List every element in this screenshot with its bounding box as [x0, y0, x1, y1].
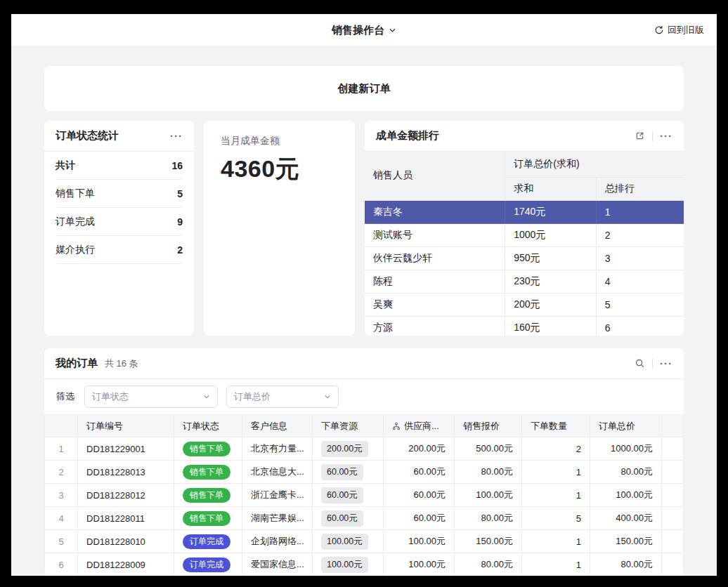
order-row[interactable]: 2 DD181228013 销售下单 北京信息大... 60.00元 60.00… [45, 461, 684, 484]
filter-order-total-select[interactable]: 订单总价 [226, 385, 339, 408]
more-icon[interactable]: ··· [170, 131, 183, 141]
workspace-switcher[interactable]: 销售操作台 [332, 23, 396, 37]
divider [652, 359, 653, 369]
rank-sum: 1740元 [505, 200, 596, 223]
ranking-row: 方源 160元 6 [365, 316, 684, 336]
rank-position: 1 [596, 200, 684, 223]
order-row[interactable]: 6 DD181228009 订单完成 爱国家信息... 100.00元 100.… [45, 553, 684, 576]
monthly-amount-value: 4360元 [221, 153, 338, 185]
status-card-header: 订单状态统计 ··· [44, 121, 194, 152]
rank-position: 5 [596, 293, 684, 316]
cell-supplier: 60.00元 [384, 507, 455, 530]
orders-header-row: 订单编号 订单状态 客户信息 下单资源 供应商... [45, 415, 684, 437]
rank-position: 6 [596, 316, 684, 336]
rank-position: 3 [596, 246, 684, 270]
status-row: 共计 16 [56, 152, 183, 180]
cell-qty: 5 [522, 507, 590, 530]
cell-order-no: DD181228010 [78, 530, 174, 553]
rank-position: 2 [596, 223, 684, 246]
cell-quote: 80.00元 [455, 507, 522, 530]
order-row[interactable]: 1 DD181229001 销售下单 北京有力量... 200.00元 200.… [45, 437, 684, 461]
cell-quote: 150.00元 [455, 530, 522, 553]
cell-total: 100.00元 [590, 484, 662, 507]
ranking-col-rank: 总排行 [596, 177, 684, 200]
col-stub [662, 415, 684, 437]
rank-sum: 160元 [505, 316, 596, 336]
col-status: 订单状态 [174, 415, 242, 437]
cell-quote: 100.00元 [455, 484, 522, 507]
ranking-row: 伙伴云魏少轩 950元 3 [365, 246, 684, 270]
resource-pill: 100.00元 [321, 557, 368, 573]
cell-supplier: 60.00元 [384, 484, 455, 507]
chevron-down-icon [203, 393, 210, 400]
cell-supplier: 200.00元 [384, 437, 455, 461]
status-label: 媒介执行 [56, 244, 95, 256]
col-resource: 下单资源 [313, 415, 384, 437]
cell-supplier: 100.00元 [384, 553, 455, 576]
back-to-old-version-button[interactable]: 回到旧版 [654, 24, 704, 37]
cell-quote: 80.00元 [455, 553, 522, 576]
rank-person: 测试账号 [365, 223, 505, 246]
chevron-down-icon [389, 26, 396, 34]
col-order-no: 订单编号 [78, 415, 174, 437]
ranking-row: 秦吉冬 1740元 1 [365, 200, 684, 223]
more-icon[interactable]: ··· [660, 358, 672, 369]
status-value: 9 [177, 216, 183, 227]
cell-customer: 爱国家信息... [242, 553, 313, 576]
col-customer: 客户信息 [242, 415, 313, 437]
cell-total: 400.00元 [590, 507, 662, 530]
rank-sum: 200元 [505, 293, 596, 316]
status-list: 共计 16 销售下单 5 订单完成 9 媒介执行 [44, 152, 194, 264]
resource-pill: 100.00元 [321, 534, 368, 550]
cell-supplier: 60.00元 [384, 461, 455, 484]
orders-card-title: 我的订单 [56, 357, 98, 370]
app-window: 销售操作台 回到旧版 创建新订单 [11, 14, 717, 576]
cell-total: 80.00元 [590, 461, 662, 484]
create-order-button[interactable]: 创建新订单 [44, 66, 684, 111]
order-status-stats-card: 订单状态统计 ··· 共计 16 销售下单 5 订单完成 [44, 121, 194, 336]
status-badge: 订单完成 [183, 558, 230, 572]
export-icon[interactable] [635, 131, 645, 141]
ranking-row: 吴爽 200元 5 [365, 293, 684, 316]
create-order-label: 创建新订单 [338, 82, 391, 95]
cell-stub [662, 484, 684, 507]
cell-order-no: DD181229001 [78, 437, 174, 461]
ranking-col-total: 订单总价(求和) [505, 152, 684, 177]
orders-count: 共 16 条 [105, 357, 138, 370]
cell-supplier: 100.00元 [384, 530, 455, 553]
chevron-down-icon [324, 393, 331, 400]
ranking-card: 成单金额排行 ··· 销售人员 [365, 121, 684, 336]
row-index: 2 [45, 461, 78, 484]
ranking-table: 销售人员 订单总价(求和) 求和 总排行 秦吉冬 1740元 [365, 152, 684, 336]
status-badge: 销售下单 [183, 488, 230, 503]
orders-table: 订单编号 订单状态 客户信息 下单资源 供应商... [44, 414, 684, 576]
order-row[interactable]: 5 DD181228010 订单完成 企划路网络... 100.00元 100.… [45, 530, 684, 553]
order-row[interactable]: 4 DD181228011 销售下单 湖南芒果娱... 60.00元 60.00… [45, 507, 684, 530]
cell-quote: 80.00元 [455, 461, 522, 484]
cell-customer: 北京有力量... [242, 437, 313, 461]
resource-pill: 60.00元 [321, 487, 363, 503]
col-qty: 下单数量 [522, 415, 590, 437]
ranking-row: 测试账号 1000元 2 [365, 223, 684, 246]
row-index: 5 [45, 530, 78, 553]
cell-qty: 2 [522, 437, 590, 461]
cell-total: 80.00元 [590, 553, 662, 576]
dashboard-content: 创建新订单 订单状态统计 ··· 共计 16 [11, 46, 717, 576]
col-quote: 销售报价 [455, 415, 522, 437]
ranking-col-sum: 求和 [505, 177, 596, 200]
search-icon[interactable] [635, 358, 645, 369]
rank-person: 方源 [365, 316, 505, 336]
rank-person: 秦吉冬 [365, 200, 505, 223]
filter-row: 筛选 订单状态 订单总价 [44, 379, 684, 414]
status-badge: 订单完成 [183, 534, 230, 549]
status-row: 销售下单 5 [56, 180, 183, 208]
status-label: 销售下单 [56, 187, 95, 200]
filter-order-status-select[interactable]: 订单状态 [84, 385, 218, 408]
status-label: 订单完成 [56, 216, 95, 228]
more-icon[interactable]: ··· [660, 131, 672, 141]
cell-order-no: DD181228012 [78, 484, 174, 507]
order-row[interactable]: 3 DD181228012 销售下单 浙江金鹰卡... 60.00元 60.00… [45, 484, 684, 507]
top-bar: 销售操作台 回到旧版 [11, 14, 717, 46]
col-index [45, 415, 78, 437]
cell-quote: 500.00元 [455, 437, 522, 461]
